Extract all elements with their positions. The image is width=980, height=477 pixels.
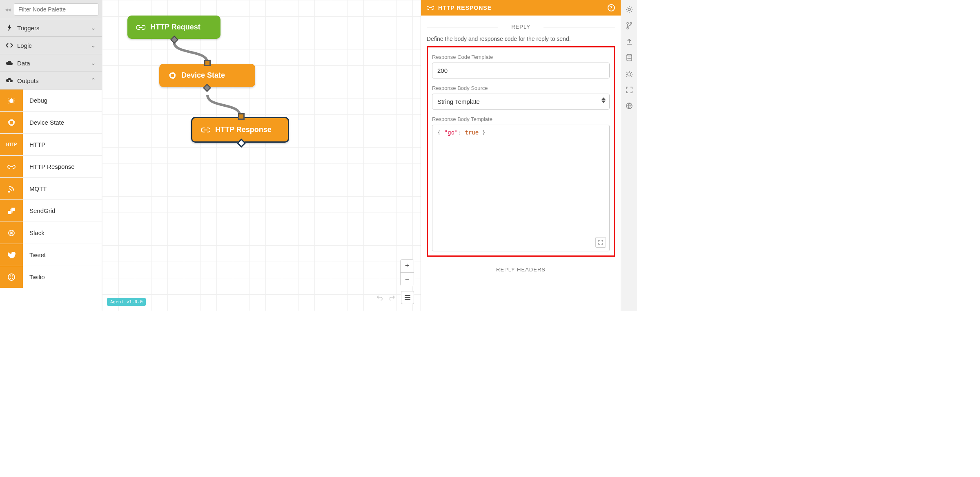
code-token: "go" [444,129,458,136]
category-label: Data [17,60,30,67]
link-icon [136,25,145,30]
node-http-response[interactable]: HTTP Response [191,117,289,143]
collapse-palette-icon[interactable]: ◂◂ [3,6,12,13]
palette-node-twilio[interactable]: Twilio [0,266,102,288]
code-token: { [437,129,444,136]
palette-node-label: HTTP Response [23,156,81,177]
palette-node-slack[interactable]: Slack [0,222,102,244]
http-icon: HTTP [0,134,23,155]
chevron-down-icon: ⌄ [91,24,96,31]
expand-editor-button[interactable] [595,237,606,248]
link-icon [427,5,434,10]
debug-icon[interactable] [626,70,633,78]
link-icon [201,127,210,133]
twitter-icon [0,244,23,266]
palette-node-label: Device State [23,112,71,133]
database-icon[interactable] [626,54,633,61]
zoom-controls: + − [400,259,414,286]
category-label: Outputs [17,77,39,84]
node-http-request[interactable]: HTTP Request [127,16,220,39]
section-title-headers: REPLY HEADERS [427,266,615,273]
workflow-canvas[interactable]: HTTP Request Device State HTTP Response … [102,0,421,311]
palette-node-http-response[interactable]: HTTP Response [0,156,102,178]
category-label: Logic [17,42,32,49]
canvas-controls [373,291,414,304]
fullscreen-icon[interactable] [626,87,633,93]
palette-filter-row: ◂◂ [0,0,102,19]
outputs-list: Debug Device State HTTP HTTP HTTP Respon… [0,90,102,288]
field-label: Response Body Source [432,85,610,91]
zoom-out-button[interactable]: − [401,273,414,286]
bug-icon [0,90,23,111]
palette-node-http[interactable]: HTTP HTTP [0,134,102,156]
twilio-icon [0,266,23,288]
section-title-reply: REPLY [427,24,615,30]
node-label: HTTP Response [215,125,272,134]
response-code-input[interactable] [432,63,610,78]
redo-button[interactable] [387,292,399,303]
category-label: Triggers [17,25,39,31]
svg-point-9 [12,275,13,276]
palette-node-sendgrid[interactable]: SendGrid [0,200,102,222]
palette-node-debug[interactable]: Debug [0,90,102,112]
chevron-down-icon: ⌄ [91,59,96,67]
svg-point-13 [628,8,630,11]
svg-point-1 [9,99,13,103]
category-triggers[interactable]: Triggers ⌄ [0,19,102,37]
node-device-state[interactable]: Device State [159,64,255,87]
palette-node-label: HTTP [23,134,52,155]
palette-node-tweet[interactable]: Tweet [0,244,102,266]
rss-icon [0,178,23,199]
category-data[interactable]: Data ⌄ [0,54,102,72]
palette-node-label: Debug [23,90,54,111]
palette-node-mqtt[interactable]: MQTT [0,178,102,200]
node-input-port[interactable] [204,60,211,66]
canvas-menu-button[interactable] [401,291,414,304]
highlighted-region: Response Code Template Response Body Sou… [427,46,615,257]
right-rail [621,0,637,311]
palette-node-label: Tweet [23,244,52,266]
help-button[interactable]: ? [608,4,615,11]
palette-node-label: SendGrid [23,200,62,222]
node-output-port[interactable] [237,139,246,148]
svg-point-18 [628,73,631,76]
svg-rect-2 [9,121,13,125]
section-description: Define the body and response code for th… [427,36,615,42]
svg-point-8 [10,275,11,276]
globe-icon[interactable] [626,102,633,110]
branch-icon[interactable] [626,22,633,29]
slack-icon [0,222,23,244]
undo-button[interactable] [373,292,385,303]
node-output-port[interactable] [170,36,178,44]
code-token: } [479,129,486,136]
node-input-port[interactable] [238,113,245,120]
svg-point-14 [627,22,628,24]
upload-icon[interactable] [626,38,633,45]
lightning-icon [6,25,13,31]
svg-point-16 [627,27,628,29]
node-label: HTTP Request [150,23,200,31]
palette-node-label: Twilio [23,266,51,288]
svg-rect-5 [10,209,13,213]
node-output-port[interactable] [203,84,211,92]
zoom-in-button[interactable]: + [401,260,414,273]
palette-filter-input[interactable] [14,3,98,16]
code-token: : [458,129,465,136]
svg-point-15 [630,22,632,24]
panel-title: HTTP RESPONSE [438,4,492,11]
svg-point-10 [10,278,11,279]
response-body-template-editor[interactable]: { "go": true } [432,125,610,251]
palette-node-label: Slack [23,222,51,244]
agent-version-tag: Agent v1.0.0 [107,298,146,306]
chip-icon [0,112,23,133]
svg-point-11 [12,278,13,279]
palette-node-device-state[interactable]: Device State [0,112,102,134]
field-label: Response Body Template [432,116,610,122]
chevron-down-icon: ⌄ [91,42,96,49]
category-outputs[interactable]: Outputs ⌃ [0,72,102,90]
response-body-source-select[interactable] [432,94,610,110]
svg-point-7 [8,274,15,280]
gear-icon[interactable] [626,6,633,13]
category-logic[interactable]: Logic ⌄ [0,37,102,54]
palette-node-label: MQTT [23,178,53,199]
